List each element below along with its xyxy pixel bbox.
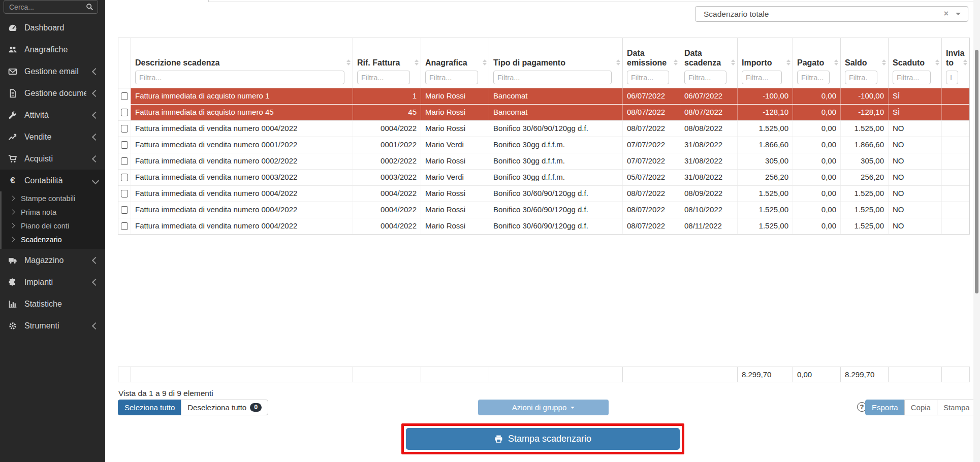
column-header-tipo[interactable]: Tipo di pagamento: [489, 38, 622, 88]
sidebar-item-gestione-email[interactable]: Gestione email: [0, 60, 105, 82]
sidebar-item-label: Contabilità: [24, 176, 86, 185]
column-header-data_scadenza[interactable]: Data scadenza: [680, 38, 737, 88]
sidebar-item-label: Gestione documentale: [24, 89, 86, 98]
column-header-pagato[interactable]: Pagato: [793, 38, 840, 88]
column-header-importo[interactable]: Importo: [737, 38, 793, 88]
schedule-type-select[interactable]: Scadenzario totale ×: [695, 6, 968, 22]
column-title: Inviato: [946, 48, 965, 68]
sort-icon[interactable]: [834, 59, 838, 65]
cell-pagato: 0,00: [793, 105, 840, 120]
sort-icon[interactable]: [415, 59, 419, 65]
row-checkbox[interactable]: [121, 190, 128, 197]
column-title: Data scadenza: [684, 48, 733, 68]
table-row[interactable]: Fattura immediata di acquisto numero 454…: [118, 104, 969, 120]
print-schedule-button[interactable]: Stampa scadenzario: [406, 428, 680, 450]
cell-inviato: [941, 170, 969, 185]
sidebar-item-attivit[interactable]: Attività: [0, 104, 105, 126]
column-title: Scaduto: [893, 58, 937, 68]
table-row[interactable]: Fattura immediata di acquisto numero 11M…: [118, 88, 969, 104]
deselect-all-button[interactable]: Deseleziona tutto 0: [181, 400, 268, 415]
row-checkbox[interactable]: [121, 157, 128, 165]
sort-icon[interactable]: [935, 59, 939, 65]
chevron-right-icon: [10, 210, 15, 215]
table-row[interactable]: Fattura immediata di vendita numero 0004…: [118, 202, 969, 218]
page-scrollbar-thumb[interactable]: [975, 50, 978, 293]
filter-input-importo[interactable]: [742, 71, 782, 84]
row-checkbox[interactable]: [121, 222, 128, 230]
cell-desc: Fattura immediata di vendita numero 0004…: [131, 218, 353, 234]
filter-input-scaduto[interactable]: [893, 71, 931, 84]
filter-input-desc[interactable]: [135, 71, 344, 84]
sidebar-item-stampe-contabili[interactable]: Stampe contabili: [0, 191, 105, 205]
column-header-inviato[interactable]: Inviato: [941, 38, 969, 88]
table-row[interactable]: Fattura immediata di vendita numero 0004…: [118, 218, 969, 234]
filter-input-tipo[interactable]: [493, 71, 612, 84]
page-scrollbar-track[interactable]: [973, 0, 980, 462]
sort-icon[interactable]: [731, 59, 735, 65]
sort-icon[interactable]: [483, 59, 487, 65]
sort-icon[interactable]: [963, 59, 967, 65]
row-checkbox[interactable]: [121, 109, 128, 116]
sort-icon[interactable]: [616, 59, 620, 65]
cell-rif: 1: [353, 88, 421, 104]
column-header-anagrafica[interactable]: Anagrafica: [421, 38, 489, 88]
row-checkbox-cell: [118, 121, 131, 137]
table-row[interactable]: Fattura immediata di vendita numero 0003…: [118, 169, 969, 185]
sidebar-item-label: Acquisti: [24, 154, 86, 163]
cell-inviato: [941, 218, 969, 234]
column-header-saldo[interactable]: Saldo: [840, 38, 888, 88]
table-row[interactable]: Fattura immediata di vendita numero 0004…: [118, 120, 969, 137]
sidebar-item-gestione-documentale[interactable]: Gestione documentale: [0, 82, 105, 104]
sidebar-item-impianti[interactable]: Impianti: [0, 271, 105, 293]
sort-icon[interactable]: [786, 59, 791, 65]
sidebar-item-scadenzario[interactable]: Scadenzario: [0, 233, 105, 246]
filter-input-data_emissione[interactable]: [627, 71, 669, 84]
sidebar-scrollbar-thumb[interactable]: [0, 191, 2, 249]
row-checkbox[interactable]: [121, 125, 128, 133]
row-checkbox[interactable]: [121, 141, 128, 149]
sidebar-item-label: Magazzino: [24, 256, 86, 265]
sort-icon[interactable]: [346, 59, 351, 65]
sidebar-item-vendite[interactable]: Vendite: [0, 126, 105, 148]
cell-tipo: Bonifico 30gg d.f.f.m.: [489, 137, 622, 153]
column-header-rif[interactable]: Rif. Fattura: [353, 38, 421, 88]
group-actions-button[interactable]: Azioni di gruppo: [478, 400, 609, 415]
filter-input-inviato[interactable]: [946, 71, 958, 84]
filter-input-saldo[interactable]: [845, 71, 877, 84]
filter-input-rif[interactable]: [357, 71, 410, 84]
sidebar-item-dashboard[interactable]: Dashboard: [0, 17, 105, 39]
sidebar-item-piano-dei-conti[interactable]: Piano dei conti: [0, 219, 105, 233]
clear-selection-icon[interactable]: ×: [944, 10, 956, 19]
sort-icon[interactable]: [882, 59, 886, 65]
sidebar-item-magazzino[interactable]: Magazzino: [0, 249, 105, 271]
print-button[interactable]: Stampa: [937, 400, 976, 415]
filter-input-pagato[interactable]: [797, 71, 830, 84]
total-cell-pagato: 0,00: [793, 367, 840, 382]
search-input[interactable]: [4, 3, 86, 11]
filter-input-data_scadenza[interactable]: [684, 71, 726, 84]
total-cell-anagrafica: [421, 367, 489, 382]
row-checkbox[interactable]: [121, 92, 128, 100]
column-header-data_emissione[interactable]: Data emissione: [622, 38, 680, 88]
sidebar-item-statistiche[interactable]: Statistiche: [0, 293, 105, 315]
table-row[interactable]: Fattura immediata di vendita numero 0002…: [118, 153, 969, 169]
table-row[interactable]: Fattura immediata di vendita numero 0001…: [118, 137, 969, 153]
copy-button[interactable]: Copia: [904, 400, 937, 415]
row-checkbox[interactable]: [121, 206, 128, 214]
column-header-scaduto[interactable]: Scaduto: [888, 38, 941, 88]
sort-icon[interactable]: [674, 59, 678, 65]
sidebar-item-strumenti[interactable]: Strumenti: [0, 315, 105, 337]
scadenzario-table: Descrizione scadenzaRif. FatturaAnagrafi…: [118, 38, 970, 235]
sidebar-item-acquisti[interactable]: Acquisti: [0, 148, 105, 170]
column-header-desc[interactable]: Descrizione scadenza: [131, 38, 353, 88]
row-checkbox[interactable]: [121, 174, 128, 181]
sidebar-item-anagrafiche[interactable]: Anagrafiche: [0, 39, 105, 60]
row-checkbox-cell: [118, 186, 131, 202]
table-row[interactable]: Fattura immediata di vendita numero 0004…: [118, 185, 969, 202]
sidebar-item-prima-nota[interactable]: Prima nota: [0, 205, 105, 219]
sidebar-item-contabilit[interactable]: €Contabilità: [0, 170, 105, 191]
row-checkbox-cell: [118, 105, 131, 120]
filter-input-anagrafica[interactable]: [425, 71, 478, 84]
export-button[interactable]: Esporta: [865, 400, 905, 415]
select-all-button[interactable]: Seleziona tutto: [118, 400, 181, 415]
